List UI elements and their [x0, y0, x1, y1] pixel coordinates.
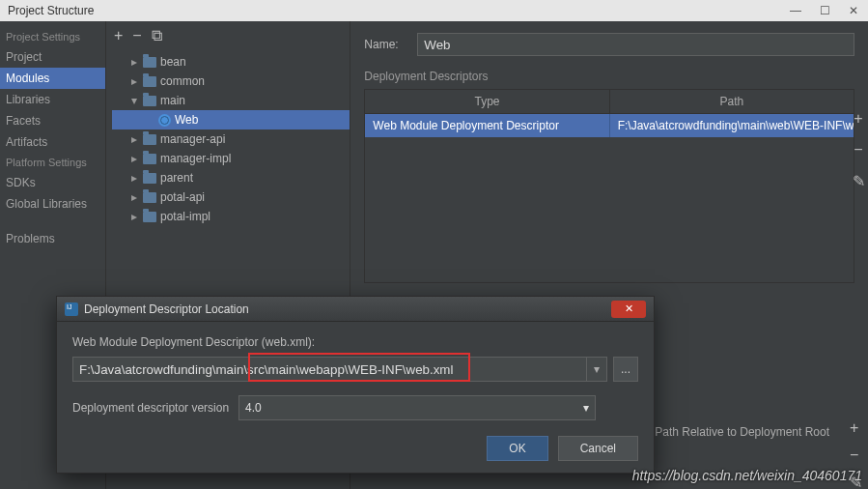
remove-descriptor-icon[interactable]: − [854, 141, 862, 158]
sidebar-heading-platform: Platform Settings [0, 153, 105, 172]
descriptor-path-input[interactable] [72, 357, 586, 382]
folder-icon [143, 192, 156, 203]
tree-node-potal-impl[interactable]: potal-impl [112, 207, 350, 226]
table-row[interactable]: Web Module Deployment Descriptor F:\Java… [365, 114, 854, 137]
col-path[interactable]: Path [610, 90, 854, 113]
sidebar-item-artifacts[interactable]: Artifacts [0, 131, 105, 153]
folder-icon [143, 212, 156, 222]
descriptors-table: Type Path Web Module Deployment Descript… [364, 89, 854, 283]
sidebar-item-modules[interactable]: Modules [0, 68, 105, 89]
add-descriptor-icon[interactable]: + [854, 110, 862, 128]
browse-button[interactable]: ... [613, 357, 638, 382]
maximize-button[interactable]: ☐ [810, 0, 839, 21]
minimize-button[interactable]: — [781, 0, 810, 21]
chevron-down-icon: ▾ [583, 401, 589, 415]
sidebar-item-project[interactable]: Project [0, 46, 105, 68]
folder-icon [143, 76, 156, 87]
dialog-titlebar[interactable]: Deployment Descriptor Location ✕ [57, 297, 654, 322]
path-dropdown-button[interactable]: ▾ [586, 357, 607, 382]
tree-node-common[interactable]: common [112, 72, 350, 91]
folder-icon [143, 154, 156, 164]
tree-node-web[interactable]: Web [112, 110, 350, 129]
remove-icon[interactable]: − [132, 27, 141, 44]
name-label: Name: [364, 38, 417, 51]
remove-resource-icon[interactable]: − [850, 446, 862, 464]
window-titlebar: Project Structure — ☐ ✕ [0, 0, 868, 21]
window-title: Project Structure [8, 4, 94, 17]
deployment-descriptor-dialog: Deployment Descriptor Location ✕ Web Mod… [56, 296, 655, 474]
col-type[interactable]: Type [365, 90, 609, 113]
add-resource-icon[interactable]: + [850, 419, 862, 437]
folder-icon [143, 173, 156, 184]
edit-descriptor-icon[interactable]: ✎ [853, 172, 865, 190]
module-tree: bean common main Web manager-api manager… [106, 50, 350, 226]
deployment-descriptors-label: Deployment Descriptors [364, 70, 854, 83]
version-select[interactable]: 4.0 ▾ [238, 395, 596, 420]
sidebar-item-sdks[interactable]: SDKs [0, 172, 105, 193]
tree-node-manager-api[interactable]: manager-api [112, 129, 350, 149]
path-label: Web Module Deployment Descriptor (web.xm… [72, 335, 638, 349]
folder-icon [143, 134, 156, 145]
path-relative-label: Path Relative to Deployment Root [655, 425, 829, 439]
sidebar-item-problems[interactable]: Problems [0, 228, 105, 249]
tree-node-manager-impl[interactable]: manager-impl [112, 149, 350, 168]
facet-name-input[interactable] [417, 33, 854, 56]
dialog-title: Deployment Descriptor Location [84, 302, 249, 316]
cancel-button[interactable]: Cancel [558, 436, 638, 461]
sidebar-item-global-libraries[interactable]: Global Libraries [0, 193, 105, 215]
sidebar-item-facets[interactable]: Facets [0, 110, 105, 131]
tree-node-parent[interactable]: parent [112, 168, 350, 187]
dialog-close-button[interactable]: ✕ [611, 301, 646, 318]
tree-node-main[interactable]: main [112, 91, 350, 110]
copy-icon[interactable]: ⧉ [152, 27, 162, 44]
close-window-button[interactable]: ✕ [839, 0, 868, 21]
intellij-icon [65, 302, 78, 316]
add-icon[interactable]: + [114, 27, 123, 44]
version-label: Deployment descriptor version [72, 401, 229, 415]
cell-path: F:\Java\atcrowdfunding\main\web\WEB-INF\… [610, 114, 854, 137]
folder-icon [143, 96, 156, 106]
watermark: https://blog.csdn.net/weixin_40460171 [632, 468, 862, 483]
folder-icon [143, 57, 156, 68]
sidebar-heading-project: Project Settings [0, 27, 105, 46]
cell-type: Web Module Deployment Descriptor [365, 114, 609, 137]
tree-node-potal-api[interactable]: potal-api [112, 187, 350, 207]
web-icon [158, 114, 171, 127]
tree-node-bean[interactable]: bean [112, 52, 350, 72]
ok-button[interactable]: OK [487, 436, 547, 461]
sidebar-item-libraries[interactable]: Libraries [0, 89, 105, 110]
